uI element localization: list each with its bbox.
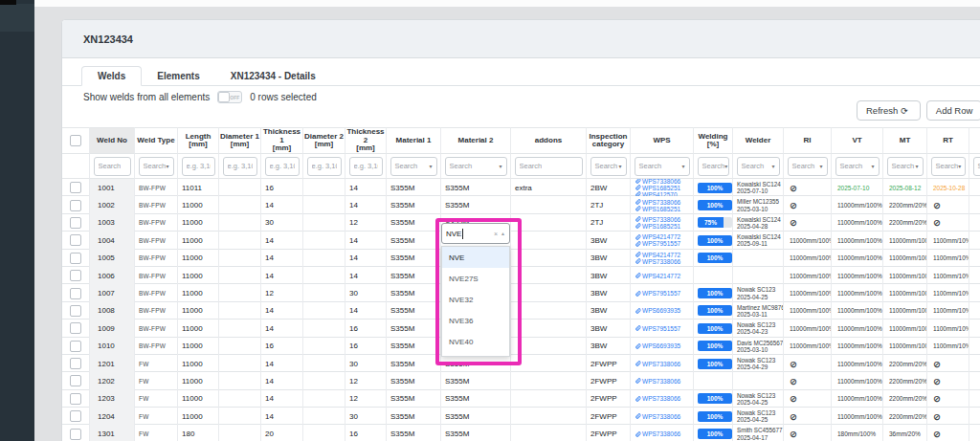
cell-addons[interactable] <box>511 267 587 284</box>
cell-t1[interactable]: 14 <box>261 320 303 337</box>
cell-addons[interactable] <box>511 320 587 337</box>
show-welds-toggle[interactable]: OFF <box>217 91 242 103</box>
cell-d2[interactable] <box>303 214 345 232</box>
cell-t1[interactable]: 14 <box>261 267 303 284</box>
row-checkbox[interactable] <box>70 200 81 211</box>
cell-d1[interactable] <box>219 250 261 267</box>
cell-d1[interactable] <box>219 214 261 232</box>
cell-welding-pct[interactable]: 75% <box>694 214 733 232</box>
cell-t1[interactable]: 14 <box>261 232 303 249</box>
col-header-t2[interactable]: Thickness2[mm] <box>345 127 387 154</box>
cell-x[interactable] <box>969 390 980 408</box>
cell-m1[interactable]: S355M <box>387 284 441 301</box>
dropdown-option[interactable]: NVE <box>442 247 509 268</box>
cell-weld-type[interactable]: BW-FPW <box>135 214 178 232</box>
col-header-no[interactable]: Weld No <box>90 127 135 154</box>
cell-mt[interactable]: 2200mm/20% <box>883 390 927 408</box>
cell-rt[interactable]: ⊘ <box>927 214 969 232</box>
cell-d2[interactable] <box>303 338 345 355</box>
cell-len[interactable]: 11000 <box>178 302 219 320</box>
wps-link[interactable]: WPS7338066 <box>635 395 680 402</box>
cell-vt[interactable]: 11000mm/100% <box>832 355 883 372</box>
cell-mt[interactable]: 2200mm/20% <box>883 372 927 389</box>
cell-weld-no[interactable]: 1009 <box>90 320 135 337</box>
cell-x[interactable] <box>969 214 980 232</box>
cell-m1[interactable]: S355M <box>387 232 441 249</box>
cell-weld-no[interactable]: 1301 <box>90 425 135 441</box>
cell-insp[interactable]: 3BW <box>587 232 631 249</box>
cell-m1[interactable]: S355M <box>387 214 441 232</box>
cell-t2[interactable]: 14 <box>345 232 387 249</box>
cell-rt[interactable]: 1100mm/10% <box>927 250 969 267</box>
cell-welder[interactable]: Nowak SC1232025-04-25 <box>733 408 784 425</box>
cell-m1[interactable]: S355M <box>387 372 441 389</box>
cell-weld-no[interactable]: 1010 <box>90 338 135 355</box>
cell-d2[interactable] <box>303 232 345 249</box>
cell-vt[interactable]: 11000mm/100% <box>832 284 883 301</box>
cell-weld-type[interactable]: FW <box>135 408 178 425</box>
cell-wps[interactable]: WPS4214772WPS7951557 <box>631 232 694 249</box>
dropdown-option[interactable]: NVE40 <box>442 331 509 352</box>
cell-x[interactable] <box>969 338 980 355</box>
col-header-ri[interactable]: RI <box>784 127 832 154</box>
cell-x[interactable] <box>969 408 980 425</box>
cell-ri[interactable]: 11000mm/100% <box>784 284 832 301</box>
cell-mt[interactable]: 2200mm/20% <box>883 196 927 213</box>
cell-insp[interactable]: 3BW <box>587 267 631 284</box>
cell-weld-no[interactable]: 1001 <box>90 179 135 196</box>
wps-link[interactable]: WPS7338066 <box>635 199 680 206</box>
cell-x[interactable] <box>969 196 980 213</box>
filter-select-insp[interactable]: Search▾ <box>590 157 627 176</box>
cell-mt[interactable]: 11000mm/100% <box>883 302 927 320</box>
cell-len[interactable]: 11011 <box>178 179 219 196</box>
cell-wps[interactable]: WPS7338066WPS1685251 <box>631 196 694 213</box>
cell-m2[interactable]: S355M <box>441 196 511 213</box>
col-header-len[interactable]: Length[mm] <box>178 127 219 154</box>
filter-input-addons[interactable]: Search <box>515 157 583 176</box>
cell-mt[interactable]: 2025-08-12 <box>883 179 927 196</box>
cell-addons[interactable] <box>511 196 587 213</box>
wps-link[interactable]: WPS4214772 <box>635 252 680 258</box>
cell-mt[interactable]: 2200mm/20% <box>883 355 927 372</box>
cell-t1[interactable]: 14 <box>261 302 303 320</box>
cell-welding-pct[interactable] <box>694 267 733 284</box>
cell-rt[interactable]: ⊘ <box>927 355 969 372</box>
row-checkbox[interactable] <box>70 270 81 281</box>
cell-m1[interactable]: S355M <box>387 196 441 213</box>
cell-addons[interactable] <box>511 338 587 355</box>
row-checkbox[interactable] <box>70 341 81 352</box>
cell-d2[interactable] <box>303 355 345 372</box>
cell-t1[interactable]: 14 <box>261 372 303 389</box>
cell-len[interactable]: 11000 <box>178 214 219 232</box>
cell-ri[interactable]: ⊘ <box>784 408 832 425</box>
filter-select-type[interactable]: Search▾ <box>139 157 174 176</box>
cell-d2[interactable] <box>303 302 345 320</box>
cell-weld-no[interactable]: 1002 <box>90 196 135 213</box>
wps-link[interactable]: WPS7951557 <box>635 240 680 247</box>
cell-weld-type[interactable]: BW-FPW <box>135 284 178 301</box>
cell-t1[interactable]: 12 <box>261 284 303 301</box>
cell-weld-no[interactable]: 1008 <box>90 302 135 320</box>
cell-x[interactable] <box>969 267 980 284</box>
cell-insp[interactable]: 3BW <box>587 250 631 267</box>
cell-mt[interactable]: 2200mm/20% <box>883 214 927 232</box>
col-header-d2[interactable]: Diameter 2[mm] <box>303 127 345 154</box>
cell-d2[interactable] <box>303 250 345 267</box>
cell-ri[interactable]: 11000mm/100% <box>784 338 832 355</box>
cell-d1[interactable] <box>219 408 261 425</box>
col-header-m2[interactable]: Material 2 <box>441 127 511 154</box>
cell-rt[interactable]: ⊘ <box>927 390 969 408</box>
cell-wps[interactable]: WPS4214772 <box>631 267 694 284</box>
cell-t2[interactable]: 30 <box>345 408 387 425</box>
cell-m2[interactable]: S355M <box>441 179 511 196</box>
cell-rt[interactable]: ⊘ <box>927 196 969 213</box>
row-checkbox[interactable] <box>70 429 81 440</box>
cell-x[interactable] <box>969 232 980 249</box>
row-checkbox[interactable] <box>70 182 81 193</box>
cell-mt[interactable]: 36mm/20% <box>883 425 927 441</box>
cell-mt[interactable]: 11000mm/100% <box>883 267 927 284</box>
cell-weld-type[interactable]: BW-FPW <box>135 179 178 196</box>
cell-d1[interactable] <box>219 302 261 320</box>
cell-d1[interactable] <box>219 390 261 408</box>
cell-weld-no[interactable]: 1004 <box>90 232 135 249</box>
